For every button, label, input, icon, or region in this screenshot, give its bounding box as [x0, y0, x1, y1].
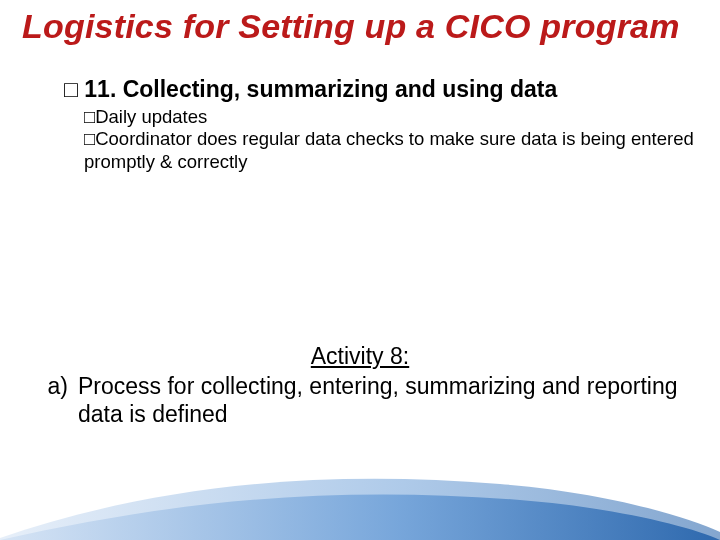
sub-item-text: Coordinator does regular data checks to … — [84, 128, 694, 172]
swoosh-decoration — [0, 460, 720, 540]
activity-marker: a) — [38, 372, 78, 428]
item-number: 11. — [84, 76, 116, 102]
item-heading-text: Collecting, summarizing and using data — [123, 76, 558, 102]
sub-list: □Daily updates □Coordinator does regular… — [64, 106, 698, 174]
list-item: □Coordinator does regular data checks to… — [84, 128, 698, 173]
activity-title: Activity 8: — [38, 342, 682, 370]
sub-item-text: Daily updates — [95, 106, 207, 127]
square-bullet-icon: □ — [84, 106, 95, 129]
activity-item: a) Process for collecting, entering, sum… — [38, 372, 682, 428]
square-bullet-icon: □ — [84, 128, 95, 151]
activity-block: Activity 8: a) Process for collecting, e… — [38, 342, 682, 428]
square-bullet-icon: □ — [64, 76, 78, 104]
activity-text: Process for collecting, entering, summar… — [78, 372, 682, 428]
list-item: □Daily updates — [84, 106, 698, 129]
item-heading: □ 11. Collecting, summarizing and using … — [64, 76, 698, 104]
content-block: □ 11. Collecting, summarizing and using … — [22, 76, 698, 173]
slide-title: Logistics for Setting up a CICO program — [22, 6, 698, 46]
slide: Logistics for Setting up a CICO program … — [0, 0, 720, 540]
